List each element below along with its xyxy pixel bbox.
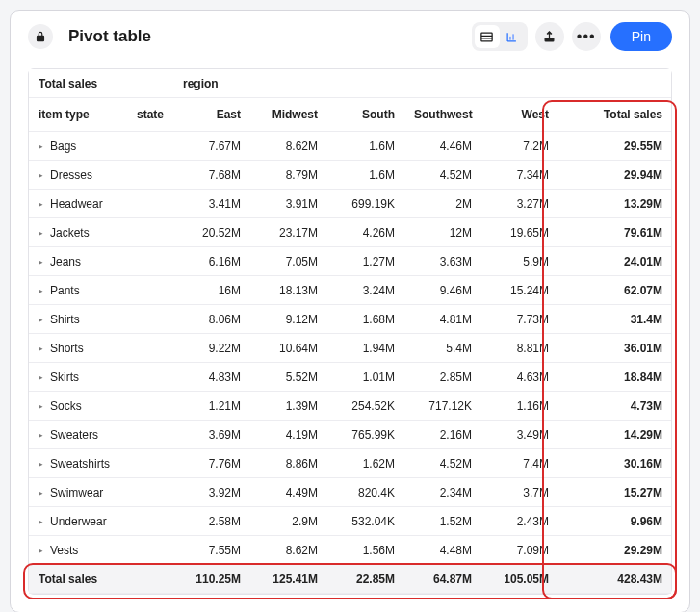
- header-row-1: Total sales region: [29, 69, 671, 98]
- column-header[interactable]: Southwest: [404, 98, 481, 131]
- table-row: ▸Swimwear3.92M4.49M820.4K2.34M3.7M15.27M: [29, 478, 671, 507]
- data-cell: 8.06M: [173, 307, 250, 332]
- data-cell: 7.67M: [173, 134, 250, 159]
- expand-icon[interactable]: ▸: [39, 141, 48, 151]
- table-wrap: Total sales region item type state EastM…: [11, 68, 689, 612]
- data-cell: 3.7M: [481, 480, 558, 505]
- table-row: ▸Shorts9.22M10.64M1.94M5.4M8.81M36.01M: [29, 334, 671, 363]
- table-row: ▸Shirts8.06M9.12M1.68M4.81M7.73M31.4M: [29, 305, 671, 334]
- row-label[interactable]: ▸Shorts: [29, 336, 173, 361]
- expand-icon[interactable]: ▸: [39, 459, 48, 469]
- expand-icon[interactable]: ▸: [39, 170, 48, 180]
- data-cell: 8.86M: [250, 451, 327, 476]
- data-cell: 254.52K: [327, 394, 404, 419]
- row-label[interactable]: ▸Socks: [29, 394, 173, 419]
- data-cell: 820.4K: [327, 480, 404, 505]
- more-button[interactable]: •••: [572, 22, 601, 51]
- expand-icon[interactable]: ▸: [39, 257, 48, 267]
- panel: Pivot table ••• Pin Total sales region: [10, 10, 690, 612]
- data-cell: 2.34M: [404, 480, 481, 505]
- data-cell: 10.64M: [250, 336, 327, 361]
- expand-icon[interactable]: ▸: [39, 344, 48, 353]
- data-cell: 7.34M: [481, 163, 558, 188]
- data-cell: 5.4M: [404, 336, 481, 361]
- expand-icon[interactable]: ▸: [39, 546, 48, 555]
- row-label[interactable]: ▸Pants: [29, 278, 173, 303]
- data-cell: 1.27M: [327, 249, 404, 274]
- ellipsis-icon: •••: [577, 29, 596, 44]
- table-row: ▸Headwear3.41M3.91M699.19K2M3.27M13.29M: [29, 190, 671, 218]
- chart-view-button[interactable]: [500, 25, 525, 48]
- data-cell: 8.62M: [250, 134, 327, 159]
- data-cell: 2.43M: [481, 509, 558, 534]
- table-view-button[interactable]: [475, 25, 500, 48]
- row-label[interactable]: ▸Sweaters: [29, 422, 173, 447]
- row-label[interactable]: ▸Jackets: [29, 220, 173, 245]
- data-cell: 4.48M: [404, 538, 481, 563]
- data-cell: 3.27M: [481, 191, 558, 217]
- data-cell: 15.24M: [481, 278, 558, 303]
- data-cell: 1.94M: [327, 336, 404, 361]
- data-cell: 1.6M: [327, 163, 404, 188]
- table-row: ▸Underwear2.58M2.9M532.04K1.52M2.43M9.96…: [29, 507, 671, 536]
- footer-label: Total sales: [29, 567, 173, 592]
- column-header[interactable]: South: [327, 98, 404, 131]
- data-cell: 1.21M: [173, 394, 250, 419]
- expand-icon[interactable]: ▸: [39, 430, 48, 440]
- row-dim-state: state: [116, 98, 173, 131]
- data-cell: 1.68M: [327, 307, 404, 332]
- data-cell: 7.05M: [250, 249, 327, 274]
- data-cell: 9.22M: [173, 336, 250, 361]
- table-row: ▸Vests7.55M8.62M1.56M4.48M7.09M29.29M: [29, 536, 671, 565]
- data-cell: 7.76M: [173, 451, 250, 476]
- expand-icon[interactable]: ▸: [39, 372, 48, 382]
- data-cell: 3.63M: [404, 249, 481, 274]
- data-cell: 9.12M: [250, 307, 327, 332]
- data-cell: 7.73M: [481, 307, 558, 332]
- row-total-cell: 15.27M: [558, 480, 672, 505]
- expand-icon[interactable]: ▸: [39, 315, 48, 324]
- share-button[interactable]: [535, 22, 564, 51]
- table-row: ▸Jeans6.16M7.05M1.27M3.63M5.9M24.01M: [29, 247, 671, 276]
- data-cell: 4.63M: [481, 365, 558, 390]
- row-label[interactable]: ▸Headwear: [29, 191, 173, 217]
- row-total-cell: 14.29M: [558, 422, 672, 447]
- row-label[interactable]: ▸Underwear: [29, 509, 173, 534]
- expand-icon[interactable]: ▸: [39, 228, 48, 238]
- pin-button[interactable]: Pin: [610, 22, 672, 51]
- row-label[interactable]: ▸Dresses: [29, 163, 173, 188]
- header: Pivot table ••• Pin: [11, 11, 689, 68]
- expand-icon[interactable]: ▸: [39, 517, 48, 526]
- column-header[interactable]: East: [173, 98, 250, 131]
- lock-icon: [28, 24, 53, 49]
- expand-icon[interactable]: ▸: [39, 401, 48, 411]
- data-cell: 2.58M: [173, 509, 250, 534]
- row-label[interactable]: ▸Skirts: [29, 365, 173, 390]
- view-toggle: [472, 22, 528, 51]
- row-label[interactable]: ▸Bags: [29, 134, 173, 159]
- row-total-cell: 29.94M: [558, 163, 672, 188]
- data-cell: 2.16M: [404, 422, 481, 447]
- data-cell: 8.62M: [250, 538, 327, 563]
- row-label[interactable]: ▸Shirts: [29, 307, 173, 332]
- expand-icon[interactable]: ▸: [39, 286, 48, 295]
- data-cell: 6.16M: [173, 249, 250, 274]
- expand-icon[interactable]: ▸: [39, 199, 48, 209]
- data-cell: 12M: [404, 220, 481, 245]
- row-label[interactable]: ▸Sweatshirts: [29, 451, 173, 476]
- row-label[interactable]: ▸Swimwear: [29, 480, 173, 505]
- footer-cell: 110.25M: [173, 567, 250, 592]
- column-header[interactable]: Midwest: [250, 98, 327, 131]
- table-row: ▸Jackets20.52M23.17M4.26M12M19.65M79.61M: [29, 218, 671, 247]
- row-label[interactable]: ▸Jeans: [29, 249, 173, 274]
- expand-icon[interactable]: ▸: [39, 488, 48, 497]
- row-label[interactable]: ▸Vests: [29, 538, 173, 563]
- column-header[interactable]: West: [481, 98, 558, 131]
- total-column-header[interactable]: Total sales: [558, 98, 672, 131]
- row-total-cell: 18.84M: [558, 365, 672, 390]
- data-cell: 3.92M: [173, 480, 250, 505]
- header-row-2: item type state EastMidwestSouthSouthwes…: [29, 98, 671, 132]
- data-cell: 1.6M: [327, 134, 404, 159]
- data-cell: 765.99K: [327, 422, 404, 447]
- row-dim-item-type: item type: [29, 98, 116, 131]
